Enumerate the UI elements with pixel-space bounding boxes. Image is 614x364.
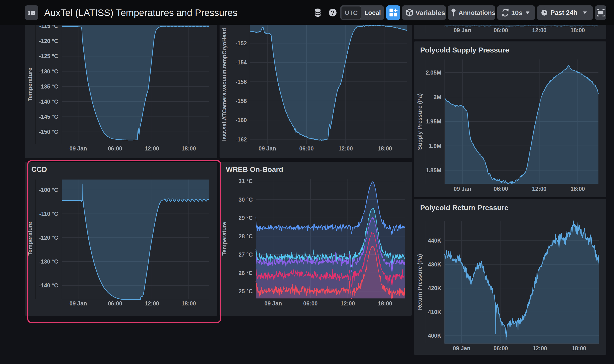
svg-text:?: ? [331, 9, 334, 16]
svg-text:1.85M: 1.85M [426, 167, 441, 173]
svg-text:430K: 430K [428, 261, 441, 268]
svg-text:420K: 420K [428, 285, 441, 291]
svg-text:09 Jan: 09 Jan [259, 145, 276, 152]
svg-text:12:00: 12:00 [533, 345, 547, 351]
svg-text:Past 24h: Past 24h [550, 9, 577, 16]
svg-text:-135 °C: -135 °C [39, 83, 58, 90]
svg-text:AuxTel (LATISS) Temperatures a: AuxTel (LATISS) Temperatures and Pressur… [44, 7, 237, 18]
svg-text:09 Jan: 09 Jan [454, 27, 471, 33]
svg-text:06:00: 06:00 [303, 300, 318, 307]
svg-text:400K: 400K [428, 332, 441, 339]
svg-text:-120 °C: -120 °C [39, 38, 58, 44]
svg-text:28 °C: 28 °C [239, 233, 253, 239]
svg-text:lsst.sal.ATCamera.vacuum.tempC: lsst.sal.ATCamera.vacuum.tempCryoHead [221, 28, 227, 141]
svg-text:09 Jan: 09 Jan [454, 186, 471, 192]
svg-text:18:00: 18:00 [571, 186, 585, 192]
svg-text:06:00: 06:00 [299, 145, 314, 152]
svg-text:10s: 10s [511, 9, 522, 16]
svg-text:Local: Local [364, 9, 381, 16]
svg-text:UTC: UTC [345, 9, 358, 16]
svg-text:1.9M: 1.9M [429, 143, 441, 149]
svg-text:-125 °C: -125 °C [39, 53, 58, 59]
svg-text:06:00: 06:00 [108, 145, 122, 152]
svg-text:18:00: 18:00 [377, 145, 392, 152]
svg-text:09 Jan: 09 Jan [264, 300, 282, 307]
svg-text:-158: -158 [236, 98, 247, 104]
svg-text:1.95M: 1.95M [426, 118, 441, 125]
svg-text:18:00: 18:00 [571, 27, 585, 33]
svg-text:12:00: 12:00 [338, 145, 353, 152]
svg-text:-160: -160 [236, 117, 247, 123]
svg-text:06:00: 06:00 [494, 27, 508, 33]
svg-text:30 °C: 30 °C [239, 196, 253, 203]
svg-text:410K: 410K [428, 309, 441, 315]
svg-text:-130 °C: -130 °C [39, 68, 58, 75]
svg-text:-156: -156 [236, 78, 247, 85]
svg-text:-140 °C: -140 °C [39, 98, 58, 105]
svg-text:18:00: 18:00 [378, 300, 392, 307]
svg-text:-154: -154 [236, 59, 247, 65]
svg-text:Return Pressure (Pa): Return Pressure (Pa) [416, 254, 423, 310]
svg-text:09 Jan: 09 Jan [453, 345, 470, 351]
svg-text:Temperature: Temperature [27, 67, 33, 101]
svg-text:2M: 2M [433, 94, 441, 100]
svg-text:440K: 440K [428, 237, 441, 244]
svg-text:12:00: 12:00 [341, 300, 355, 307]
svg-text:12:00: 12:00 [532, 27, 547, 33]
svg-text:Supply Pressure (Pa): Supply Pressure (Pa) [416, 93, 423, 150]
svg-text:18:00: 18:00 [181, 145, 196, 152]
svg-text:Annotations: Annotations [458, 9, 495, 16]
svg-text:27 °C: 27 °C [239, 251, 253, 258]
svg-text:06:00: 06:00 [494, 186, 508, 192]
svg-text:12:00: 12:00 [532, 186, 547, 192]
svg-text:-145 °C: -145 °C [39, 114, 58, 120]
svg-text:-162: -162 [236, 136, 247, 143]
svg-text:25 °C: 25 °C [239, 288, 253, 294]
svg-text:18:00: 18:00 [572, 345, 586, 351]
svg-text:06:00: 06:00 [494, 345, 508, 351]
svg-text:31 °C: 31 °C [239, 178, 253, 184]
svg-text:09 Jan: 09 Jan [69, 145, 87, 152]
svg-text:Temperature: Temperature [221, 222, 227, 256]
svg-text:-152: -152 [236, 40, 247, 46]
svg-text:12:00: 12:00 [145, 145, 159, 152]
svg-text:26 °C: 26 °C [239, 270, 253, 276]
svg-text:2.05M: 2.05M [426, 69, 441, 76]
svg-text:-150 °C: -150 °C [39, 129, 58, 135]
svg-text:29 °C: 29 °C [239, 215, 253, 221]
svg-text:Variables: Variables [415, 9, 445, 16]
